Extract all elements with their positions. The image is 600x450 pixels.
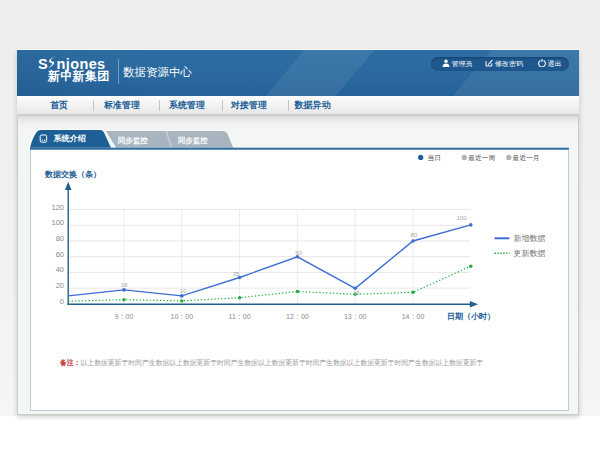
svg-text:13：00: 13：00 xyxy=(344,313,367,320)
svg-text:9：00: 9：00 xyxy=(115,313,134,320)
svg-text:数据交换（条）: 数据交换（条） xyxy=(44,170,101,179)
svg-text:当日: 当日 xyxy=(428,154,442,162)
svg-text:35: 35 xyxy=(233,271,240,277)
svg-text:20: 20 xyxy=(56,281,64,290)
svg-text:最近一周: 最近一周 xyxy=(467,154,495,161)
svg-text:14：00: 14：00 xyxy=(402,313,425,320)
svg-text:日期（小时）: 日期（小时） xyxy=(447,312,495,321)
svg-text:100: 100 xyxy=(51,218,64,227)
svg-text:80: 80 xyxy=(56,234,64,243)
svg-text:10：00: 10：00 xyxy=(171,313,194,320)
svg-text:10: 10 xyxy=(180,288,187,294)
svg-text:11：00: 11：00 xyxy=(229,313,251,320)
svg-text:80: 80 xyxy=(410,232,417,238)
svg-text:15: 15 xyxy=(353,290,360,296)
svg-text:最近一月: 最近一月 xyxy=(512,154,540,162)
svg-text:100: 100 xyxy=(456,215,467,221)
svg-text:40: 40 xyxy=(56,265,64,274)
svg-text:18: 18 xyxy=(121,282,128,288)
svg-text:更新数据: 更新数据 xyxy=(514,249,546,258)
svg-text:60: 60 xyxy=(56,250,64,259)
svg-text:60: 60 xyxy=(295,250,302,256)
svg-text:0: 0 xyxy=(60,297,64,306)
svg-text:同步监控: 同步监控 xyxy=(178,136,208,145)
svg-text:同步监控: 同步监控 xyxy=(118,136,148,145)
svg-text:120: 120 xyxy=(51,203,64,212)
svg-text:系统介绍: 系统介绍 xyxy=(53,133,86,143)
svg-text:新增数据: 新增数据 xyxy=(514,234,546,243)
svg-text:12：00: 12：00 xyxy=(286,313,309,320)
